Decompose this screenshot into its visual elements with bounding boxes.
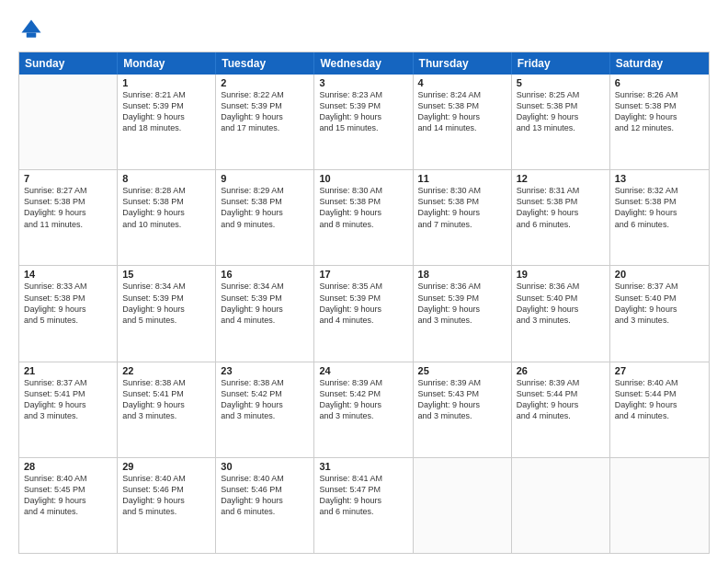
calendar-cell: 23Sunrise: 8:38 AMSunset: 5:42 PMDayligh…	[216, 362, 314, 457]
cell-line: Sunrise: 8:34 AM	[122, 281, 210, 292]
cell-line: Daylight: 9 hours	[319, 111, 407, 122]
calendar-cell: 26Sunrise: 8:39 AMSunset: 5:44 PMDayligh…	[512, 362, 610, 457]
cell-line: Daylight: 9 hours	[517, 207, 605, 218]
cell-line: Sunset: 5:38 PM	[615, 196, 704, 207]
calendar-row: 28Sunrise: 8:40 AMSunset: 5:45 PMDayligh…	[19, 457, 709, 553]
cell-line: and 15 minutes.	[319, 122, 407, 133]
cell-line: Daylight: 9 hours	[221, 111, 309, 122]
cell-line: Sunrise: 8:40 AM	[615, 377, 704, 388]
cell-line: Sunrise: 8:39 AM	[418, 377, 506, 388]
calendar-cell: 27Sunrise: 8:40 AMSunset: 5:44 PMDayligh…	[610, 362, 709, 457]
cell-line: Sunset: 5:38 PM	[319, 196, 407, 207]
calendar-cell: 8Sunrise: 8:28 AMSunset: 5:38 PMDaylight…	[118, 170, 216, 265]
day-number: 20	[615, 269, 704, 280]
cell-line: and 5 minutes.	[24, 315, 112, 326]
calendar-header-cell: Friday	[512, 52, 610, 75]
calendar-header-cell: Monday	[118, 52, 216, 75]
day-number: 22	[122, 365, 210, 376]
day-number: 25	[418, 365, 506, 376]
calendar-header-cell: Thursday	[414, 52, 512, 75]
cell-line: and 10 minutes.	[122, 219, 210, 230]
cell-line: Sunset: 5:40 PM	[615, 293, 704, 304]
cell-line: Sunrise: 8:34 AM	[221, 281, 309, 292]
day-number: 21	[24, 365, 112, 376]
cell-line: Sunset: 5:45 PM	[24, 484, 112, 495]
cell-line: Daylight: 9 hours	[221, 304, 309, 315]
calendar-cell: 30Sunrise: 8:40 AMSunset: 5:46 PMDayligh…	[216, 458, 314, 553]
calendar-cell: 1Sunrise: 8:21 AMSunset: 5:39 PMDaylight…	[118, 75, 216, 169]
cell-line: Sunset: 5:38 PM	[615, 100, 704, 111]
day-number: 10	[319, 173, 407, 184]
cell-line: and 3 minutes.	[418, 315, 506, 326]
cell-line: Sunset: 5:47 PM	[319, 484, 407, 495]
cell-line: and 7 minutes.	[418, 219, 506, 230]
calendar-row: 14Sunrise: 8:33 AMSunset: 5:38 PMDayligh…	[19, 265, 709, 361]
day-number: 19	[517, 269, 605, 280]
calendar-cell: 13Sunrise: 8:32 AMSunset: 5:38 PMDayligh…	[610, 170, 709, 265]
day-number: 28	[24, 461, 112, 472]
cell-line: Sunrise: 8:36 AM	[517, 281, 605, 292]
cell-line: Sunrise: 8:28 AM	[122, 185, 210, 196]
logo-icon	[18, 17, 44, 42]
cell-line: Sunset: 5:42 PM	[319, 388, 407, 399]
cell-line: Daylight: 9 hours	[517, 304, 605, 315]
cell-line: and 3 minutes.	[418, 410, 506, 421]
day-number: 2	[221, 77, 309, 88]
day-number: 24	[319, 365, 407, 376]
cell-line: Daylight: 9 hours	[221, 207, 309, 218]
calendar-cell: 3Sunrise: 8:23 AMSunset: 5:39 PMDaylight…	[314, 75, 413, 169]
cell-line: Sunset: 5:38 PM	[221, 196, 309, 207]
cell-line: and 4 minutes.	[221, 315, 309, 326]
cell-line: Sunrise: 8:29 AM	[221, 185, 309, 196]
day-number: 26	[517, 365, 605, 376]
cell-line: Sunset: 5:38 PM	[24, 196, 112, 207]
cell-line: Sunrise: 8:39 AM	[319, 377, 407, 388]
calendar-header-cell: Sunday	[19, 52, 118, 75]
cell-line: and 4 minutes.	[615, 410, 704, 421]
cell-line: Daylight: 9 hours	[221, 399, 309, 410]
day-number: 12	[517, 173, 605, 184]
cell-line: Sunset: 5:39 PM	[319, 293, 407, 304]
cell-line: Sunrise: 8:40 AM	[24, 473, 112, 484]
cell-line: Daylight: 9 hours	[122, 207, 210, 218]
cell-line: Sunrise: 8:38 AM	[221, 377, 309, 388]
cell-line: Daylight: 9 hours	[615, 304, 704, 315]
cell-line: Sunset: 5:41 PM	[24, 388, 112, 399]
cell-line: and 14 minutes.	[418, 122, 506, 133]
day-number: 30	[221, 461, 309, 472]
cell-line: Sunset: 5:44 PM	[517, 388, 605, 399]
cell-line: Sunrise: 8:33 AM	[24, 281, 112, 292]
calendar-cell: 25Sunrise: 8:39 AMSunset: 5:43 PMDayligh…	[414, 362, 512, 457]
calendar-cell	[19, 75, 118, 169]
cell-line: Daylight: 9 hours	[24, 304, 112, 315]
day-number: 1	[122, 77, 210, 88]
calendar-cell: 14Sunrise: 8:33 AMSunset: 5:38 PMDayligh…	[19, 266, 118, 361]
cell-line: and 8 minutes.	[319, 219, 407, 230]
calendar-cell: 6Sunrise: 8:26 AMSunset: 5:38 PMDaylight…	[610, 75, 709, 169]
calendar-cell: 22Sunrise: 8:38 AMSunset: 5:41 PMDayligh…	[118, 362, 216, 457]
header	[18, 17, 710, 42]
cell-line: and 3 minutes.	[221, 410, 309, 421]
cell-line: Daylight: 9 hours	[615, 207, 704, 218]
cell-line: and 4 minutes.	[319, 315, 407, 326]
cell-line: Daylight: 9 hours	[517, 399, 605, 410]
calendar-header-cell: Wednesday	[314, 52, 413, 75]
day-number: 18	[418, 269, 506, 280]
calendar-cell: 21Sunrise: 8:37 AMSunset: 5:41 PMDayligh…	[19, 362, 118, 457]
day-number: 16	[221, 269, 309, 280]
calendar-cell: 7Sunrise: 8:27 AMSunset: 5:38 PMDaylight…	[19, 170, 118, 265]
cell-line: and 17 minutes.	[221, 122, 309, 133]
calendar-cell: 28Sunrise: 8:40 AMSunset: 5:45 PMDayligh…	[19, 458, 118, 553]
calendar-cell: 9Sunrise: 8:29 AMSunset: 5:38 PMDaylight…	[216, 170, 314, 265]
cell-line: and 4 minutes.	[24, 506, 112, 517]
cell-line: Sunset: 5:42 PM	[221, 388, 309, 399]
cell-line: Sunrise: 8:35 AM	[319, 281, 407, 292]
cell-line: Sunrise: 8:30 AM	[418, 185, 506, 196]
cell-line: Daylight: 9 hours	[615, 399, 704, 410]
calendar-cell	[414, 458, 512, 553]
calendar-row: 21Sunrise: 8:37 AMSunset: 5:41 PMDayligh…	[19, 362, 709, 457]
calendar-cell: 20Sunrise: 8:37 AMSunset: 5:40 PMDayligh…	[610, 266, 709, 361]
cell-line: Daylight: 9 hours	[122, 304, 210, 315]
cell-line: Sunset: 5:46 PM	[122, 484, 210, 495]
cell-line: Daylight: 9 hours	[24, 399, 112, 410]
